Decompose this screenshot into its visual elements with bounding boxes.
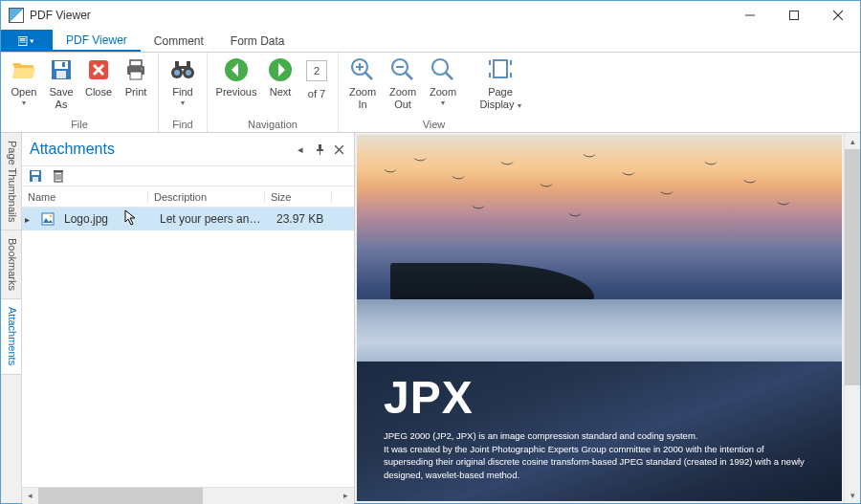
cell-name: Logo.jpg <box>58 212 154 226</box>
tab-pdf-viewer[interactable]: PDF Viewer <box>53 30 141 52</box>
svg-rect-9 <box>55 61 68 69</box>
window-title: PDF Viewer <box>30 9 91 22</box>
scroll-thumb[interactable] <box>38 488 203 504</box>
svg-rect-11 <box>62 62 65 67</box>
cell-desc: Let your peers and... <box>154 212 271 226</box>
attachment-delete-icon[interactable] <box>51 168 66 184</box>
attachments-panel: Attachments ◂ Name Description Size ▸ Lo… <box>22 133 355 503</box>
page-display-icon <box>487 56 514 83</box>
pin-icon[interactable] <box>312 142 327 157</box>
ribbon-group-find: Find ▾ Find <box>159 53 208 132</box>
ribbon-group-navigation: Previous Next 2 of 7 Navigation <box>208 53 339 132</box>
svg-rect-51 <box>54 170 63 172</box>
tab-bookmarks[interactable]: Bookmarks <box>1 230 21 299</box>
maximize-button[interactable] <box>772 1 816 30</box>
svg-rect-15 <box>130 60 142 66</box>
zoom-icon <box>430 56 456 83</box>
panel-title: Attachments <box>30 141 115 158</box>
doc-body: JPEG 2000 (JP2, JPX) is an image compres… <box>384 429 815 482</box>
close-panel-icon[interactable] <box>331 142 346 157</box>
panel-h-scrollbar[interactable]: ◂ ▸ <box>22 487 354 503</box>
tab-comment[interactable]: Comment <box>141 30 217 52</box>
ribbon: Open ▾ Save As Close Print File Find ▾ <box>1 53 860 133</box>
svg-rect-42 <box>319 144 321 149</box>
svg-rect-6 <box>20 40 26 41</box>
close-button[interactable]: Close <box>81 55 116 99</box>
scroll-right-button[interactable]: ▸ <box>338 488 354 504</box>
col-description[interactable]: Description <box>148 191 265 203</box>
svg-rect-10 <box>56 71 66 78</box>
svg-rect-23 <box>175 61 179 69</box>
svg-point-57 <box>50 215 53 218</box>
save-icon <box>48 56 75 83</box>
svg-rect-5 <box>20 38 26 40</box>
print-icon <box>122 56 149 83</box>
scroll-up-button[interactable]: ▴ <box>845 133 860 149</box>
app-icon <box>9 8 24 23</box>
pdf-page[interactable]: ︶ ︶ ︶ ︶ ︶ ︶ ︶ ︶ ︶ ︶ ︶ ︶ ︶ JPX JPEG 2000 … <box>357 135 842 501</box>
document-area: ︶ ︶ ︶ ︶ ︶ ︶ ︶ ︶ ︶ ︶ ︶ ︶ ︶ JPX JPEG 2000 … <box>355 133 860 503</box>
file-menu-button[interactable] <box>1 30 53 52</box>
open-button[interactable]: Open ▾ <box>7 55 41 107</box>
page-display-button[interactable]: Page Display ▾ <box>477 55 523 110</box>
chevron-down-icon: ▾ <box>441 99 445 107</box>
find-button[interactable]: Find ▾ <box>165 55 201 107</box>
page-indicator: 2 of 7 <box>301 55 332 100</box>
binoculars-icon <box>169 56 196 83</box>
zoom-in-icon <box>349 56 376 83</box>
svg-rect-1 <box>790 11 799 20</box>
arrow-left-icon <box>223 56 250 83</box>
svg-rect-7 <box>20 41 26 42</box>
chevron-down-icon: ▾ <box>518 101 521 110</box>
svg-rect-43 <box>317 149 323 151</box>
close-window-button[interactable] <box>816 1 860 30</box>
arrow-right-icon <box>267 56 294 83</box>
svg-rect-49 <box>33 177 38 182</box>
titlebar: PDF Viewer <box>1 1 860 30</box>
svg-line-29 <box>365 73 372 79</box>
main-area: Page Thumbnails Bookmarks Attachments At… <box>1 133 860 503</box>
doc-v-scrollbar[interactable]: ▴ ▾ <box>844 133 860 503</box>
svg-point-35 <box>432 59 448 75</box>
col-size[interactable]: Size <box>265 191 332 203</box>
svg-line-36 <box>446 73 453 79</box>
chevron-down-icon: ▾ <box>181 99 185 107</box>
zoom-out-button[interactable]: Zoom Out <box>385 55 421 110</box>
zoom-in-button[interactable]: Zoom In <box>344 55 381 110</box>
row-indicator-icon: ▸ <box>22 214 32 225</box>
svg-point-22 <box>186 70 191 76</box>
svg-rect-25 <box>179 66 187 69</box>
minimize-button[interactable] <box>728 1 772 30</box>
menubar: PDF Viewer Comment Form Data <box>1 30 860 53</box>
collapse-icon[interactable]: ◂ <box>293 142 308 157</box>
table-row[interactable]: ▸ Logo.jpg Let your peers and... 23.97 K… <box>22 208 354 230</box>
svg-point-21 <box>174 70 180 76</box>
previous-button[interactable]: Previous <box>213 55 259 99</box>
attachment-save-icon[interactable] <box>28 168 43 184</box>
tab-page-thumbnails[interactable]: Page Thumbnails <box>1 133 21 230</box>
attachments-columns: Name Description Size <box>22 186 354 208</box>
image-file-icon <box>41 212 55 226</box>
svg-point-18 <box>141 68 143 70</box>
svg-rect-17 <box>130 72 142 79</box>
print-button[interactable]: Print <box>120 55 152 99</box>
svg-rect-44 <box>320 151 320 155</box>
scroll-down-button[interactable]: ▾ <box>845 487 860 503</box>
doc-heading: JPX <box>384 371 815 424</box>
side-tabs: Page Thumbnails Bookmarks Attachments <box>1 133 22 503</box>
svg-rect-55 <box>42 213 54 225</box>
page-number-input[interactable]: 2 <box>306 60 327 81</box>
tab-attachments[interactable]: Attachments <box>1 299 21 374</box>
zoom-button[interactable]: Zoom ▾ <box>425 55 461 107</box>
close-icon <box>85 56 112 83</box>
next-button[interactable]: Next <box>263 55 298 99</box>
scroll-left-button[interactable]: ◂ <box>22 488 38 504</box>
tab-form-data[interactable]: Form Data <box>217 30 298 52</box>
svg-line-33 <box>406 73 412 79</box>
svg-rect-37 <box>494 60 507 77</box>
col-name[interactable]: Name <box>22 191 148 203</box>
save-as-button[interactable]: Save As <box>45 55 77 110</box>
chevron-down-icon: ▾ <box>22 99 26 107</box>
svg-rect-24 <box>187 61 190 69</box>
scroll-thumb[interactable] <box>845 149 860 385</box>
